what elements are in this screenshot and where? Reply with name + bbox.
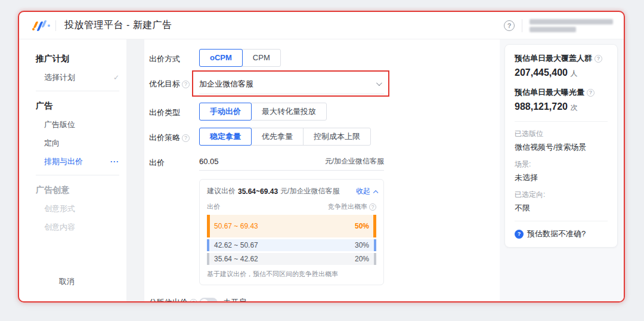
expose-value: 988,121,720 次 (515, 101, 608, 113)
panel-divider (515, 121, 608, 122)
win-rate-value: 50% (355, 222, 369, 230)
bid-type-label: 出价类型 (149, 103, 199, 118)
chevron-up-icon (373, 190, 378, 195)
placement-bid-label: 分版位出价 ? (149, 297, 199, 303)
bid-tier-row: 35.64 ~ 42.62 20% (207, 253, 376, 265)
strategy-stable-button[interactable]: 稳定拿量 (199, 128, 252, 146)
estimate-panel: 预估单日最大覆盖人群 ? 207,445,400 人 预估单日最大曝光量 ? 9… (504, 44, 618, 248)
suggestion-unit: 元/加企业微信客服 (280, 186, 339, 196)
bid-type-segment: 手动出价 最大转化量投放 (199, 103, 327, 121)
targeting-value: 不限 (515, 203, 608, 214)
sidebar-item-schedule-bid[interactable]: 排期与出价 ··· (44, 156, 119, 167)
sidebar-section-campaign: 推广计划 (36, 54, 126, 64)
suggestion-footnote: 基于建议出价，预估不同区间的竞争胜出概率 (207, 270, 376, 279)
expose-unit: 次 (570, 103, 577, 112)
bid-strategy-segment: 稳定拿量 优先拿量 控制成本上限 (199, 128, 371, 146)
info-icon[interactable]: ? (190, 299, 197, 303)
cancel-button[interactable]: 取消 (19, 276, 114, 287)
new-ad-window: 投放管理平台 - 新建广告 ? 推广计划 选择计划 ✓ 广告 广告版位 定向 (18, 11, 625, 303)
check-icon: ✓ (113, 73, 119, 82)
bid-method-segment: oCPM CPM (199, 49, 281, 67)
sidebar-section-creative: 广告创意 (36, 185, 126, 196)
sidebar-divider (36, 91, 119, 91)
header-divider (55, 20, 56, 31)
placement-bid-status: 未开启 (223, 297, 246, 303)
bid-settings-form: 出价方式 oCPM CPM 优化目标 ? 加企业微信客服 (144, 39, 500, 301)
sidebar-divider (36, 175, 119, 175)
info-icon[interactable]: ? (182, 134, 190, 142)
bid-method-cpm-button[interactable]: CPM (242, 49, 281, 67)
sidebar-item-targeting[interactable]: 定向 (44, 138, 119, 149)
collapse-link[interactable]: 收起 (356, 186, 376, 196)
optimization-goal-select[interactable]: 加企业微信客服 (199, 74, 384, 94)
win-rate-value: 30% (355, 241, 369, 249)
step-sidebar: 推广计划 选择计划 ✓ 广告 广告版位 定向 排期与出价 ··· 广告创意 创意… (19, 39, 126, 301)
strategy-priority-button[interactable]: 优先拿量 (251, 128, 304, 146)
bid-input-field[interactable]: 元/加企业微信客服 (199, 153, 384, 171)
page-title: 投放管理平台 - 新建广告 (64, 19, 172, 32)
sidebar-section-ad: 广告 (36, 101, 126, 112)
cover-value: 207,445,400 人 (515, 67, 608, 79)
cover-label: 预估单日最大覆盖人群 ? (515, 53, 608, 64)
bid-label: 出价 (149, 153, 199, 168)
info-icon[interactable]: ? (182, 81, 190, 88)
bid-tier-row: 50.67 ~ 69.43 50% (207, 215, 376, 237)
bid-suggestion-panel: 建议出价 35.64~69.43 元/加企业微信客服 收起 出价 竞争胜出概 (199, 179, 384, 285)
feedback-link[interactable]: ? 预估数据不准确? (515, 221, 608, 239)
strategy-cost-cap-button[interactable]: 控制成本上限 (303, 128, 371, 146)
window-header: 投放管理平台 - 新建广告 ? (19, 12, 624, 39)
scene-value: 未选择 (515, 172, 608, 183)
bid-method-ocpm-button[interactable]: oCPM (199, 49, 243, 67)
bid-type-manual-button[interactable]: 手动出价 (199, 103, 252, 121)
bid-strategy-label: 出价策略 ? (149, 128, 199, 143)
sidebar-item-select-plan[interactable]: 选择计划 ✓ (44, 72, 119, 83)
cover-unit: 人 (570, 69, 577, 78)
redacted-user-info[interactable] (522, 19, 613, 32)
targeting-label: 已选定向: (515, 190, 608, 200)
chevron-down-icon (376, 80, 382, 86)
selected-placement-label: 已选版位 (515, 129, 608, 139)
sidebar-item-creative-form[interactable]: 创意形式 (44, 203, 119, 214)
column-win-rate: 竞争胜出概率 (328, 202, 367, 211)
expose-label: 预估单日最大曝光量 ? (515, 87, 608, 98)
info-icon[interactable]: ? (369, 203, 376, 211)
sidebar-gutter (126, 39, 144, 301)
bid-type-max-conversion-button[interactable]: 最大转化量投放 (251, 103, 327, 121)
tencent-ads-logo-icon (35, 20, 47, 31)
suggestion-prefix: 建议出价 (207, 186, 236, 196)
help-icon[interactable]: ? (504, 20, 515, 31)
scene-label: 场景: (515, 159, 608, 169)
info-icon[interactable]: ? (595, 55, 602, 63)
bid-unit: 元/加企业微信客服 (325, 156, 384, 166)
bid-input[interactable] (199, 157, 325, 166)
sidebar-item-placement[interactable]: 广告版位 (44, 119, 119, 130)
win-rate-value: 20% (355, 255, 369, 263)
more-icon[interactable]: ··· (110, 158, 119, 166)
selected-placement-value: 微信视频号/搜索场景 (515, 142, 608, 153)
suggestion-range: 35.64~69.43 (238, 187, 278, 196)
bid-tier-row: 42.62 ~ 50.67 30% (207, 239, 376, 251)
column-bid: 出价 (207, 202, 220, 211)
placement-bid-toggle[interactable] (199, 298, 218, 303)
sidebar-item-creative-content[interactable]: 创意内容 (44, 222, 119, 233)
feedback-icon: ? (515, 230, 524, 239)
estimate-region: 预估单日最大覆盖人群 ? 207,445,400 人 预估单日最大曝光量 ? 9… (500, 39, 624, 301)
bid-method-label: 出价方式 (149, 49, 199, 64)
optimization-goal-label: 优化目标 ? (149, 74, 199, 89)
info-icon[interactable]: ? (587, 89, 595, 97)
